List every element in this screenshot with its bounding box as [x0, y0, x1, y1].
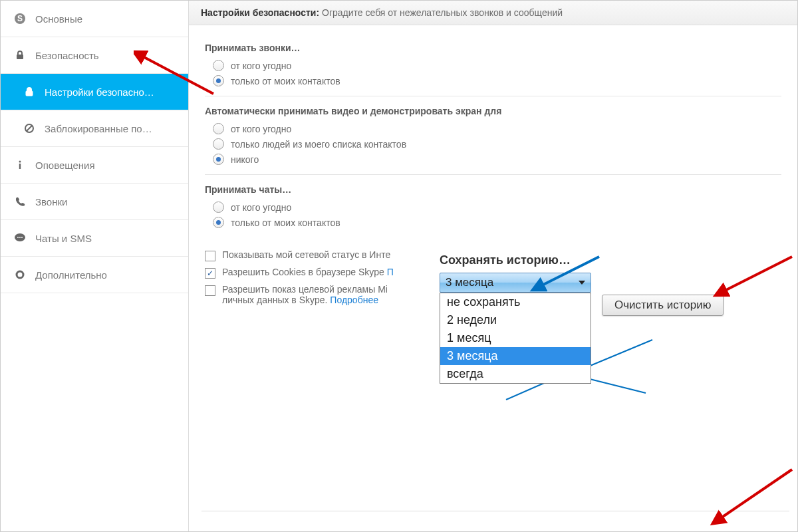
sidebar-item-advanced[interactable]: Дополнительно: [1, 257, 188, 293]
history-combo[interactable]: 3 месяца: [440, 273, 591, 293]
dd-item-always[interactable]: всегда: [440, 365, 591, 383]
dd-item-no-save[interactable]: не сохранять: [440, 293, 591, 311]
video-title: Автоматически принимать видео и демонстр…: [205, 106, 781, 116]
svg-text:S: S: [17, 14, 23, 23]
chevron-down-icon: [579, 281, 585, 285]
phone-icon: [14, 196, 26, 207]
gear-icon: [14, 269, 26, 281]
check-label: Разрешить показ целевой рекламы Miличных…: [222, 284, 388, 305]
skype-icon: S: [14, 13, 26, 25]
checkbox-icon: [205, 285, 215, 296]
info-icon: [14, 159, 26, 171]
header: Настройки безопасности: Оградите себя от…: [189, 1, 797, 25]
option-label: только от моих контактов: [231, 217, 340, 228]
svg-point-11: [21, 237, 23, 238]
video-opt-contacts[interactable]: только людей из моего списка контактов: [213, 138, 781, 150]
sidebar-item-general[interactable]: S Основные: [1, 1, 188, 37]
check-label: Разрешить Cookies в браузере Skype П: [222, 267, 394, 277]
option-label: никого: [231, 154, 259, 165]
option-label: от кого угодно: [231, 124, 291, 134]
radio-icon: [213, 138, 224, 150]
history-dropdown: не сохранять 2 недели 1 месяц 3 месяца в…: [440, 293, 591, 384]
sidebar-item-label: Безопасность: [35, 50, 99, 61]
sidebar-item-chats[interactable]: Чаты и SMS: [1, 220, 188, 257]
video-opt-nobody[interactable]: никого: [213, 154, 781, 165]
chats-opt-contacts[interactable]: только от моих контактов: [213, 217, 781, 228]
sidebar-item-label: Звонки: [35, 196, 67, 207]
option-label: только от моих контактов: [231, 76, 340, 86]
calls-title: Принимать звонки…: [205, 43, 781, 53]
sidebar-item-blocked[interactable]: Заблокированные по…: [1, 110, 188, 147]
radio-icon: [213, 123, 224, 134]
sidebar-item-label: Оповещения: [35, 160, 95, 171]
sidebar-item-label: Заблокированные по…: [45, 123, 152, 134]
sidebar-item-label: Чаты и SMS: [35, 233, 92, 244]
footer-divider: [201, 511, 789, 511]
svg-point-13: [19, 273, 21, 276]
sidebar-item-label: Настройки безопасно…: [45, 86, 154, 98]
dd-item-1month[interactable]: 1 месяц: [440, 329, 591, 347]
ads-link[interactable]: Подробнее: [330, 295, 378, 305]
history-title: Сохранять историю…: [440, 253, 591, 267]
calls-opt-anyone[interactable]: от кого угодно: [213, 60, 781, 71]
radio-icon: [213, 60, 224, 71]
chats-title: Принимать чаты…: [205, 184, 781, 195]
chats-opt-anyone[interactable]: от кого угодно: [213, 201, 781, 213]
cookies-link[interactable]: П: [387, 267, 394, 277]
sidebar-item-calls[interactable]: Звонки: [1, 184, 188, 220]
sidebar-item-label: Дополнительно: [35, 269, 107, 281]
svg-rect-3: [26, 91, 33, 96]
chat-icon: [14, 232, 26, 244]
lock-icon: [23, 86, 35, 98]
svg-point-10: [19, 237, 21, 238]
radio-icon: [213, 201, 224, 213]
history-block: Сохранять историю… 3 месяца не сохранять…: [440, 253, 591, 293]
dd-item-2weeks[interactable]: 2 недели: [440, 311, 591, 329]
option-label: от кого угодно: [231, 202, 291, 213]
sidebar: S Основные Безопасность Настройки безопа…: [1, 1, 189, 531]
combo-value: 3 месяца: [446, 276, 493, 289]
divider: [205, 174, 781, 175]
svg-rect-7: [19, 164, 21, 169]
blocked-icon: [23, 122, 35, 134]
sidebar-item-security[interactable]: Безопасность: [1, 37, 188, 74]
calls-opt-contacts[interactable]: только от моих контактов: [213, 75, 781, 86]
sidebar-item-label: Основные: [35, 13, 82, 25]
checkbox-icon: [205, 268, 215, 279]
svg-line-5: [27, 126, 32, 131]
radio-icon: [213, 217, 224, 228]
lock-icon: [14, 49, 26, 61]
video-opt-anyone[interactable]: от кого угодно: [213, 123, 781, 134]
svg-point-6: [19, 161, 21, 163]
sidebar-item-notifications[interactable]: Оповещения: [1, 147, 188, 184]
header-subtitle: Оградите себя от нежелательных звонков и…: [322, 7, 563, 18]
option-label: от кого угодно: [231, 61, 291, 71]
radio-icon: [213, 154, 224, 165]
check-label: Показывать мой сетевой статус в Инте: [222, 249, 390, 260]
dd-item-3months[interactable]: 3 месяца: [440, 347, 591, 365]
sidebar-item-security-settings[interactable]: Настройки безопасно…: [1, 74, 188, 110]
svg-rect-2: [17, 55, 23, 59]
svg-point-9: [17, 237, 19, 238]
clear-history-button[interactable]: Очистить историю: [602, 295, 724, 316]
option-label: только людей из моего списка контактов: [231, 139, 406, 150]
header-title: Настройки безопасности:: [201, 7, 319, 18]
checkbox-icon: [205, 251, 215, 261]
divider: [205, 96, 781, 96]
radio-icon: [213, 75, 224, 86]
